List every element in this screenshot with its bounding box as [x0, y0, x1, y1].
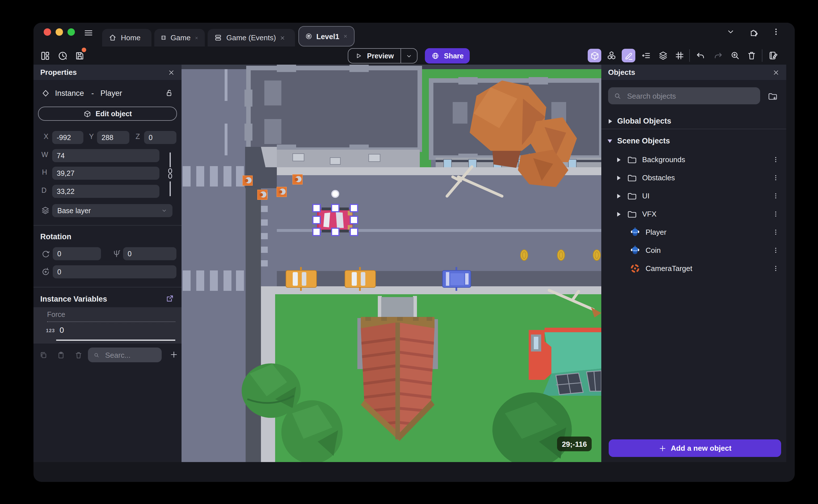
close-icon[interactable]: [773, 69, 779, 76]
layer-select[interactable]: Base layer: [52, 204, 172, 217]
expand-arrow-icon[interactable]: [617, 157, 621, 162]
tree-green-2[interactable]: [281, 400, 342, 462]
close-icon[interactable]: [280, 35, 286, 41]
tab-level1[interactable]: Level1: [298, 26, 354, 46]
y-input[interactable]: [97, 131, 129, 144]
folder-label: UI: [642, 192, 650, 200]
cursor-coordinates-badge: 29;-116: [557, 437, 592, 451]
z-field[interactable]: [144, 131, 176, 144]
expand-arrow-icon[interactable]: [617, 212, 621, 216]
folder-row-vfx[interactable]: VFX: [601, 205, 786, 223]
add-folder-icon[interactable]: [768, 91, 777, 101]
objects-cubes-icon[interactable]: [605, 49, 618, 62]
copy-icon[interactable]: [39, 351, 48, 359]
w-field[interactable]: [52, 149, 159, 162]
kebab-menu-icon[interactable]: [772, 228, 779, 236]
object-row-cameratarget[interactable]: CameraTarget: [601, 260, 786, 277]
rotation-z-input[interactable]: [53, 265, 176, 278]
minimize-window-button[interactable]: [56, 28, 63, 36]
close-icon[interactable]: [343, 33, 348, 39]
panels-layout-icon[interactable]: [38, 49, 52, 62]
close-icon[interactable]: [194, 35, 198, 41]
rotation-z-field[interactable]: [53, 265, 176, 278]
object-row-coin[interactable]: Coin: [601, 242, 786, 259]
undo-icon[interactable]: [694, 49, 707, 62]
variable-value[interactable]: 0: [60, 325, 64, 334]
expand-arrow-icon[interactable]: [617, 175, 621, 180]
hamburger-menu-icon[interactable]: [83, 27, 94, 39]
variables-search-input[interactable]: [104, 350, 156, 360]
objects-search-input[interactable]: [626, 91, 754, 101]
preview-dropdown-button[interactable]: [401, 49, 417, 63]
car-blue[interactable]: [443, 267, 471, 291]
add-variable-icon[interactable]: [170, 350, 178, 359]
rotation-handle[interactable]: [332, 190, 339, 197]
tab-home[interactable]: Home: [102, 29, 151, 46]
chevron-down-icon[interactable]: [725, 26, 736, 37]
rotation-y-input[interactable]: [123, 247, 176, 260]
folder-row-backgrounds[interactable]: Backgrounds: [601, 151, 786, 168]
x-input[interactable]: [52, 131, 83, 144]
h-input[interactable]: [52, 167, 159, 180]
variables-search-field[interactable]: [88, 348, 162, 362]
grid-icon[interactable]: [673, 49, 686, 62]
rotation-y-field[interactable]: [123, 247, 176, 260]
kebab-menu-icon[interactable]: [772, 156, 779, 163]
rotation-x-input[interactable]: [53, 247, 101, 260]
redo-icon[interactable]: [711, 49, 725, 62]
z-input[interactable]: [144, 131, 176, 144]
d-input[interactable]: [52, 185, 159, 198]
edit-mode-pencil-icon[interactable]: [622, 49, 635, 62]
edit-object-button[interactable]: Edit object: [38, 107, 177, 121]
scene-properties-icon[interactable]: [766, 49, 780, 62]
tab-game-events[interactable]: Game (Events): [208, 29, 295, 46]
divider: [33, 225, 181, 226]
tab-game[interactable]: Game: [154, 29, 205, 46]
instance-diamond-icon: [41, 89, 50, 98]
layers-icon[interactable]: [656, 49, 670, 62]
y-field[interactable]: [97, 131, 129, 144]
instances-list-icon[interactable]: [639, 49, 653, 62]
add-new-object-button[interactable]: Add a new object: [609, 439, 781, 457]
x-field[interactable]: [52, 131, 83, 144]
save-icon[interactable]: [73, 49, 86, 62]
kebab-menu-icon[interactable]: [772, 265, 779, 272]
trash-icon[interactable]: [74, 351, 83, 359]
delete-trash-icon[interactable]: [745, 49, 758, 62]
kebab-menu-icon[interactable]: [772, 210, 779, 218]
global-objects-section[interactable]: Global Objects: [601, 112, 786, 130]
open-in-new-icon[interactable]: [166, 294, 174, 303]
car-yellow-2[interactable]: [345, 267, 375, 291]
car-yellow-1[interactable]: [286, 267, 316, 291]
folder-row-ui[interactable]: UI: [601, 187, 786, 205]
preview-button[interactable]: Preview: [348, 49, 401, 63]
extensions-puzzle-icon[interactable]: [748, 26, 759, 37]
kebab-menu-icon[interactable]: [772, 247, 779, 254]
object-row-player[interactable]: Player: [601, 223, 786, 241]
size-link-chain-icon[interactable]: [166, 168, 175, 179]
expand-arrow-icon[interactable]: [609, 119, 612, 123]
h-field[interactable]: [52, 167, 159, 180]
d-field[interactable]: [52, 185, 159, 198]
kebab-menu-icon[interactable]: [772, 192, 779, 200]
rotation-x-field[interactable]: [53, 247, 101, 260]
history-icon[interactable]: [56, 49, 69, 62]
scene-objects-section[interactable]: Scene Objects: [601, 132, 786, 150]
kebab-menu-icon[interactable]: [770, 26, 782, 37]
kebab-menu-icon[interactable]: [772, 174, 779, 181]
scene-canvas[interactable]: 29;-116: [181, 65, 601, 462]
w-input[interactable]: [52, 149, 159, 162]
variable-row[interactable]: Force 123 0: [33, 307, 181, 344]
close-icon[interactable]: [168, 69, 175, 76]
objects-search-field[interactable]: [608, 87, 760, 104]
lock-open-icon[interactable]: [164, 88, 174, 98]
collapse-arrow-icon[interactable]: [608, 139, 612, 143]
maximize-window-button[interactable]: [67, 28, 75, 36]
view-3d-icon[interactable]: [588, 49, 601, 62]
close-window-button[interactable]: [44, 28, 51, 36]
share-button[interactable]: Share: [425, 48, 470, 63]
paste-clipboard-icon[interactable]: [57, 351, 65, 359]
zoom-in-icon[interactable]: [728, 49, 742, 62]
folder-row-obstacles[interactable]: Obstacles: [601, 169, 786, 187]
expand-arrow-icon[interactable]: [617, 194, 621, 198]
